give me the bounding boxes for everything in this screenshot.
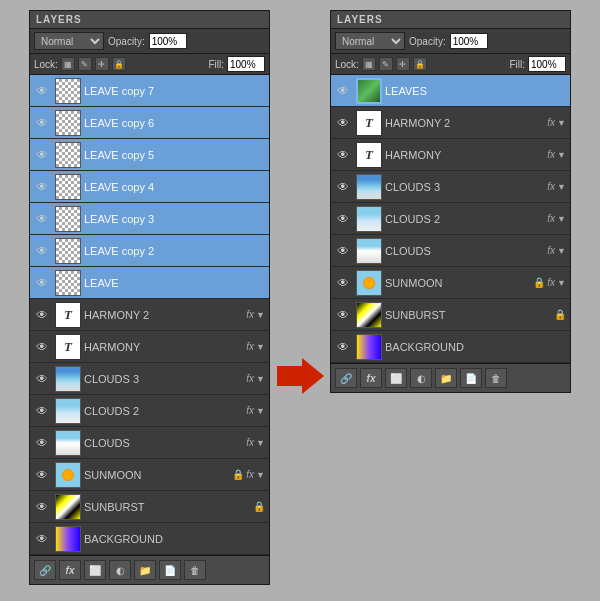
visibility-icon[interactable]: 👁 — [32, 75, 52, 107]
visibility-icon[interactable]: 👁 — [32, 235, 52, 267]
layer-thumbnail — [356, 238, 382, 264]
visibility-icon[interactable]: 👁 — [32, 171, 52, 203]
visibility-icon[interactable]: 👁 — [32, 267, 52, 299]
visibility-icon[interactable]: 👁 — [333, 139, 353, 171]
layer-row[interactable]: 👁 T HARMONY 2 fx ▼ — [30, 299, 269, 331]
right-fill-label: Fill: — [509, 59, 525, 70]
group-button[interactable]: 📁 — [435, 368, 457, 388]
layer-name: BACKGROUND — [385, 341, 568, 353]
delete-layer-button[interactable]: 🗑 — [485, 368, 507, 388]
left-blend-mode[interactable]: Normal — [34, 32, 104, 50]
chevron-down-icon: ▼ — [557, 118, 566, 128]
layer-row[interactable]: 👁 CLOUDS 3 fx ▼ — [30, 363, 269, 395]
lock-move-icon[interactable]: ✛ — [396, 57, 410, 71]
layer-row[interactable]: 👁 LEAVE copy 2 — [30, 235, 269, 267]
right-blend-mode[interactable]: Normal — [335, 32, 405, 50]
layer-row[interactable]: 👁 CLOUDS 2 fx ▼ — [331, 203, 570, 235]
visibility-icon[interactable]: 👁 — [32, 491, 52, 523]
layer-row[interactable]: 👁 LEAVES — [331, 75, 570, 107]
layer-row[interactable]: 👁 LEAVE copy 3 — [30, 203, 269, 235]
layer-row[interactable]: 👁 CLOUDS 3 fx ▼ — [331, 171, 570, 203]
link-layers-button[interactable]: 🔗 — [335, 368, 357, 388]
lock-checkerboard-icon[interactable]: ▦ — [362, 57, 376, 71]
add-fx-button[interactable]: fx — [59, 560, 81, 580]
lock-brush-icon[interactable]: ✎ — [379, 57, 393, 71]
right-lock-label: Lock: — [335, 59, 359, 70]
chevron-down-icon: ▼ — [256, 342, 265, 352]
right-fill-input[interactable] — [528, 56, 566, 72]
visibility-icon[interactable]: 👁 — [32, 523, 52, 555]
left-lock-label: Lock: — [34, 59, 58, 70]
layer-name: LEAVES — [385, 85, 568, 97]
new-layer-button[interactable]: 📄 — [460, 368, 482, 388]
layer-name: HARMONY — [84, 341, 246, 353]
visibility-icon[interactable]: 👁 — [32, 331, 52, 363]
layer-thumbnail — [356, 270, 382, 296]
visibility-icon[interactable]: 👁 — [32, 139, 52, 171]
right-opacity-input[interactable] — [450, 33, 488, 49]
visibility-icon[interactable]: 👁 — [32, 299, 52, 331]
lock-move-icon[interactable]: ✛ — [95, 57, 109, 71]
chevron-down-icon: ▼ — [557, 182, 566, 192]
left-opacity-input[interactable] — [149, 33, 187, 49]
visibility-icon[interactable]: 👁 — [32, 395, 52, 427]
layer-name: SUNMOON — [385, 277, 533, 289]
chevron-down-icon: ▼ — [256, 438, 265, 448]
layer-row[interactable]: 👁 SUNMOON 🔒 fx ▼ — [30, 459, 269, 491]
layer-name: HARMONY — [385, 149, 547, 161]
lock-all-icon[interactable]: 🔒 — [413, 57, 427, 71]
visibility-icon[interactable]: 👁 — [32, 427, 52, 459]
layer-row[interactable]: 👁 T HARMONY fx ▼ — [331, 139, 570, 171]
lock-icon: 🔒 — [253, 501, 265, 512]
layer-thumbnail — [55, 142, 81, 168]
layer-name: LEAVE copy 3 — [84, 213, 267, 225]
layer-row[interactable]: 👁 BACKGROUND — [30, 523, 269, 555]
layer-row[interactable]: 👁 CLOUDS 2 fx ▼ — [30, 395, 269, 427]
visibility-icon[interactable]: 👁 — [333, 267, 353, 299]
visibility-icon[interactable]: 👁 — [333, 203, 353, 235]
layer-row[interactable]: 👁 LEAVE — [30, 267, 269, 299]
layer-thumbnail: T — [55, 302, 81, 328]
layer-row[interactable]: 👁 LEAVE copy 6 — [30, 107, 269, 139]
visibility-icon[interactable]: 👁 — [333, 331, 353, 363]
layer-row[interactable]: 👁 LEAVE copy 7 — [30, 75, 269, 107]
visibility-icon[interactable]: 👁 — [333, 75, 353, 107]
lock-checkerboard-icon[interactable]: ▦ — [61, 57, 75, 71]
layer-row[interactable]: 👁 T HARMONY fx ▼ — [30, 331, 269, 363]
visibility-icon[interactable]: 👁 — [333, 107, 353, 139]
add-mask-button[interactable]: ⬜ — [385, 368, 407, 388]
lock-brush-icon[interactable]: ✎ — [78, 57, 92, 71]
layer-row[interactable]: 👁 SUNBURST 🔒 — [30, 491, 269, 523]
adjustment-button[interactable]: ◐ — [410, 368, 432, 388]
layer-row[interactable]: 👁 LEAVE copy 5 — [30, 139, 269, 171]
add-mask-button[interactable]: ⬜ — [84, 560, 106, 580]
layer-row[interactable]: 👁 SUNMOON 🔒 fx ▼ — [331, 267, 570, 299]
delete-layer-button[interactable]: 🗑 — [184, 560, 206, 580]
left-lock-row: Lock: ▦ ✎ ✛ 🔒 Fill: — [30, 54, 269, 75]
fx-badge: fx — [246, 437, 254, 448]
layer-row[interactable]: 👁 LEAVE copy 4 — [30, 171, 269, 203]
adjustment-button[interactable]: ◐ — [109, 560, 131, 580]
visibility-icon[interactable]: 👁 — [32, 107, 52, 139]
visibility-icon[interactable]: 👁 — [32, 363, 52, 395]
fx-badge: fx — [547, 181, 555, 192]
fx-badge: fx — [246, 469, 254, 480]
visibility-icon[interactable]: 👁 — [333, 235, 353, 267]
layer-row[interactable]: 👁 CLOUDS fx ▼ — [30, 427, 269, 459]
lock-all-icon[interactable]: 🔒 — [112, 57, 126, 71]
new-layer-button[interactable]: 📄 — [159, 560, 181, 580]
add-fx-button[interactable]: fx — [360, 368, 382, 388]
visibility-icon[interactable]: 👁 — [333, 171, 353, 203]
left-fill-input[interactable] — [227, 56, 265, 72]
layer-thumbnail — [55, 78, 81, 104]
layer-row[interactable]: 👁 BACKGROUND — [331, 331, 570, 363]
link-layers-button[interactable]: 🔗 — [34, 560, 56, 580]
layer-row[interactable]: 👁 CLOUDS fx ▼ — [331, 235, 570, 267]
visibility-icon[interactable]: 👁 — [32, 459, 52, 491]
layer-row[interactable]: 👁 SUNBURST 🔒 — [331, 299, 570, 331]
layer-thumbnail: T — [55, 334, 81, 360]
visibility-icon[interactable]: 👁 — [333, 299, 353, 331]
visibility-icon[interactable]: 👁 — [32, 203, 52, 235]
layer-row[interactable]: 👁 T HARMONY 2 fx ▼ — [331, 107, 570, 139]
group-button[interactable]: 📁 — [134, 560, 156, 580]
